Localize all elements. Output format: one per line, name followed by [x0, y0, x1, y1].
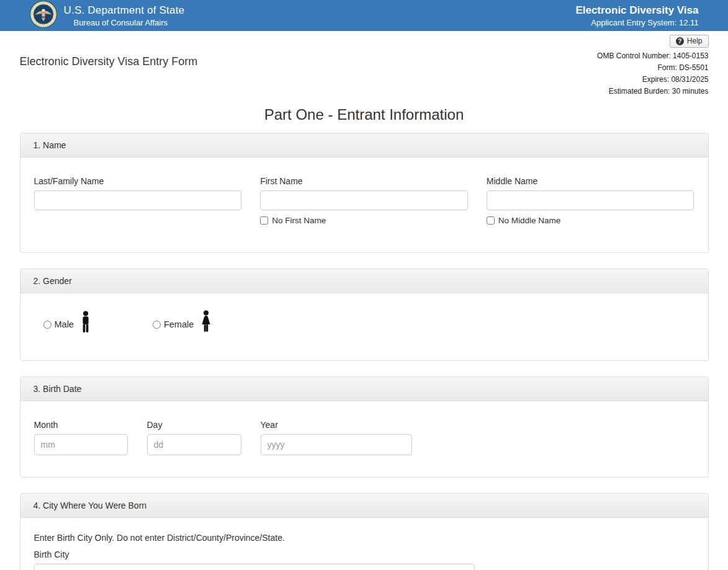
no-first-name-checkbox[interactable] [260, 216, 268, 225]
page-title: Electronic Diversity Visa Entry Form [20, 55, 198, 97]
birth-day-input[interactable] [147, 434, 241, 455]
section-name-heading: 1. Name [20, 133, 708, 158]
gender-female-label: Female [164, 319, 194, 329]
omb-line-burden: Estimated Burden: 30 minutes [597, 86, 708, 97]
no-middle-name-checkbox[interactable] [487, 216, 495, 225]
question-circle-icon: ? [676, 37, 684, 45]
brand: U.S. Department of State Bureau of Consu… [30, 1, 185, 30]
section-birth-date: 3. Birth Date Month Day Year [20, 376, 709, 478]
gender-female-radio[interactable] [153, 321, 161, 329]
no-first-name-option[interactable]: No First Name [260, 216, 468, 225]
middle-name-label: Middle Name [487, 176, 694, 186]
gender-male-option[interactable]: Male [43, 309, 92, 341]
birth-day-label: Day [147, 420, 241, 430]
app-title-block: Electronic Diversity Visa Applicant Entr… [575, 4, 698, 27]
no-middle-name-option[interactable]: No Middle Name [487, 216, 694, 225]
section-gender: 2. Gender Male [20, 269, 709, 361]
birth-city-input[interactable] [34, 564, 475, 570]
birth-year-group: Year [261, 420, 412, 455]
app-header-bar: U.S. Department of State Bureau of Consu… [0, 0, 728, 31]
part-one-title: Part One - Entrant Information [20, 106, 709, 123]
omb-line-control-number: OMB Control Number: 1405-0153 [597, 50, 708, 62]
last-name-label: Last/Family Name [34, 176, 242, 186]
section-birth-city-heading: 4. City Where You Were Born [20, 494, 708, 518]
omb-line-expires: Expires: 08/31/2025 [597, 74, 708, 86]
female-person-icon [199, 308, 213, 341]
agency-name: U.S. Department of State [64, 4, 185, 17]
gender-male-radio[interactable] [43, 321, 52, 329]
middle-name-input[interactable] [487, 190, 694, 210]
app-title: Electronic Diversity Visa [575, 4, 698, 17]
help-button[interactable]: ? Help [670, 35, 709, 48]
bureau-name: Bureau of Consular Affairs [64, 18, 185, 27]
first-name-group: First Name No First Name [260, 176, 468, 225]
last-name-input[interactable] [34, 190, 242, 210]
birth-month-input[interactable] [34, 434, 128, 455]
birth-day-group: Day [147, 420, 241, 455]
no-first-name-label: No First Name [272, 216, 326, 225]
section-birth-city: 4. City Where You Were Born Enter Birth … [20, 493, 709, 570]
birth-city-note: Enter Birth City Only. Do not enter Dist… [34, 533, 694, 543]
last-name-group: Last/Family Name [34, 176, 242, 225]
gender-female-option[interactable]: Female [153, 308, 213, 341]
omb-line-form: Form: DS-5501 [597, 62, 708, 74]
us-department-of-state-seal-icon [30, 1, 57, 30]
birth-year-label: Year [261, 420, 412, 430]
middle-name-group: Middle Name No Middle Name [487, 176, 694, 225]
section-birth-date-heading: 3. Birth Date [20, 377, 708, 401]
birth-city-label: Birth City [34, 550, 694, 559]
app-version: Applicant Entry System: 12.11 [575, 18, 698, 27]
omb-info: OMB Control Number: 1405-0153 Form: DS-5… [597, 50, 708, 97]
birth-month-group: Month [34, 420, 128, 455]
no-middle-name-label: No Middle Name [498, 216, 561, 225]
birth-month-label: Month [34, 420, 128, 430]
help-button-label: Help [687, 37, 703, 46]
gender-male-label: Male [55, 319, 74, 329]
male-person-icon [79, 309, 92, 341]
section-name: 1. Name Last/Family Name First Name No F… [20, 133, 709, 253]
section-gender-heading: 2. Gender [20, 269, 708, 293]
first-name-input[interactable] [260, 190, 468, 210]
first-name-label: First Name [260, 176, 468, 186]
birth-year-input[interactable] [261, 434, 412, 455]
